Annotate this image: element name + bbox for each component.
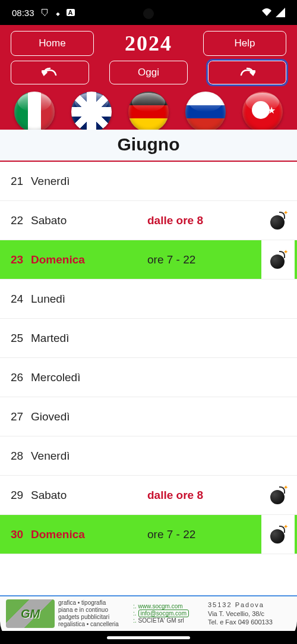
month-title: Giugno [0,130,297,162]
day-icon-cell: ✦ [261,240,295,279]
app-header: Home 2024 Help Oggi [0,25,297,130]
flag-turkey[interactable] [242,92,283,130]
ad-contacts: :.www.socgm.com :.info@socgm.com :.SOCIE… [133,603,204,624]
day-icon-cell: ✦ [261,515,295,554]
day-note: ore 7 - 22 [147,253,261,266]
day-icon-cell: ✦ [261,486,295,504]
bomb-icon: ✦ [269,486,287,504]
status-icon: ⛉ [40,8,49,18]
flag-italy[interactable] [14,92,55,130]
footer-ad[interactable]: GM grafica • tipografia piana e in conti… [0,595,297,631]
day-list: 21Venerdì22Sabatodalle ore 8✦23Domenicao… [0,162,297,612]
day-number: 24 [11,293,27,306]
wifi-icon [261,8,272,17]
day-number: 26 [11,371,27,384]
day-label: 27Giovedì [11,410,147,423]
day-name: Mercoledì [31,371,80,384]
bomb-icon: ✦ [269,251,287,269]
day-label: 23Domenica [11,253,147,266]
day-row[interactable]: 23Domenicaore 7 - 22✦ [0,240,297,279]
day-name: Lunedì [31,293,65,306]
day-name: Domenica [31,253,85,266]
day-name: Martedì [31,332,69,345]
day-number: 29 [11,489,27,502]
ad-address: 35132 Padova Via T. Vecellio, 38/c Tel. … [208,601,291,627]
day-label: 29Sabato [11,489,147,502]
day-label: 28Venerdì [11,450,147,463]
ad-taglines: grafica • tipografia piana e in continuo… [58,599,129,628]
day-number: 30 [11,528,27,541]
day-row[interactable]: 24Lunedì [0,279,297,319]
camera-notch [143,8,154,19]
flag-russia[interactable] [185,92,226,130]
day-row[interactable]: 30Domenicaore 7 - 22✦ [0,515,297,554]
signal-icon [276,8,285,17]
ad-logo: GM [6,599,55,628]
forward-arrow-icon [239,67,255,78]
nav-bar [0,631,297,644]
bomb-icon: ✦ [269,526,287,544]
day-label: 26Mercoledì [11,371,147,384]
status-time: 08:33 [12,8,34,18]
day-number: 23 [11,253,27,266]
day-label: 22Sabato [11,214,147,227]
day-number: 27 [11,410,27,423]
day-label: 21Venerdì [11,175,147,188]
day-icon-cell: ✦ [261,212,295,230]
day-note: dalle ore 8 [147,214,261,227]
day-number: 28 [11,450,27,463]
day-row[interactable]: 26Mercoledì [0,358,297,397]
day-row[interactable]: 22Sabatodalle ore 8✦ [0,201,297,240]
day-row[interactable]: 28Venerdì [0,436,297,476]
day-name: Giovedì [31,410,69,423]
next-button[interactable] [208,61,286,84]
day-name: Venerdì [31,175,70,188]
today-button[interactable]: Oggi [109,61,188,84]
day-label: 24Lunedì [11,293,147,306]
day-label: 30Domenica [11,528,147,541]
day-note: ore 7 - 22 [147,528,261,541]
day-row[interactable]: 25Martedì [0,319,297,358]
status-icon: ⬥ [55,8,61,18]
day-name: Venerdì [31,450,70,463]
back-arrow-icon [42,67,58,78]
day-note: dalle ore 8 [147,489,261,502]
prev-button[interactable] [11,61,89,84]
status-icon: A [67,9,75,16]
year-title: 2024 [100,31,197,56]
bomb-icon: ✦ [269,212,287,230]
day-name: Domenica [31,528,85,541]
help-button[interactable]: Help [203,31,286,56]
day-number: 21 [11,175,27,188]
day-name: Sabato [31,214,67,227]
flag-uk[interactable] [71,92,112,130]
flag-germany[interactable] [128,92,169,130]
day-name: Sabato [31,489,67,502]
day-row[interactable]: 27Giovedì [0,397,297,436]
day-number: 22 [11,214,27,227]
nav-handle[interactable] [107,636,190,639]
home-button[interactable]: Home [11,31,94,56]
day-label: 25Martedì [11,332,147,345]
day-row[interactable]: 21Venerdì [0,162,297,201]
day-number: 25 [11,332,27,345]
day-row[interactable]: 29Sabatodalle ore 8✦ [0,476,297,515]
